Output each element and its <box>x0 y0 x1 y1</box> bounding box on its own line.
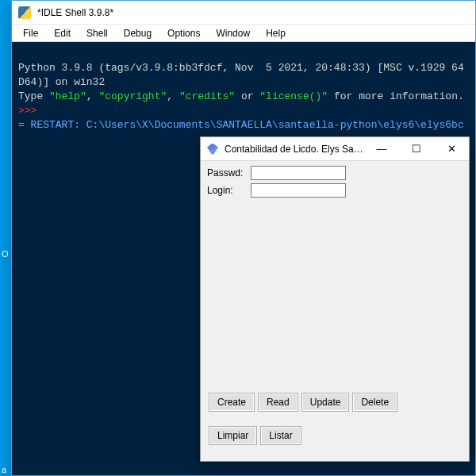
menu-debug[interactable]: Debug <box>117 26 158 40</box>
minimize-button[interactable]: — <box>364 137 399 160</box>
menu-window[interactable]: Window <box>209 26 256 40</box>
tk-feather-icon <box>207 144 218 155</box>
passwd-input[interactable] <box>251 166 346 180</box>
update-button[interactable]: Update <box>301 393 350 412</box>
desktop-edge-text: O <box>2 249 9 259</box>
python-icon <box>18 6 31 19</box>
login-row: Login: <box>207 183 463 198</box>
shell-line: Type "help", "copyright", "credits" or "… <box>18 90 464 102</box>
maximize-button[interactable]: ☐ <box>399 137 434 160</box>
passwd-row: Passwd: <box>207 166 463 180</box>
shell-line: D64)] on win32 <box>18 76 105 88</box>
login-label: Login: <box>207 185 251 196</box>
menu-shell[interactable]: Shell <box>80 26 114 40</box>
window-controls: — ☐ ✕ <box>364 137 469 160</box>
idle-title: *IDLE Shell 3.9.8* <box>37 7 113 18</box>
delete-button[interactable]: Delete <box>352 393 397 412</box>
tk-titlebar[interactable]: Contabilidad de Licdo. Elys Sant... — ☐ … <box>201 137 469 161</box>
shell-prompt: >>> <box>18 105 43 117</box>
shell-restart-line: = RESTART: C:\Users\X\Documents\SANTAELL… <box>18 119 464 131</box>
menu-options[interactable]: Options <box>161 26 206 40</box>
idle-menubar: File Edit Shell Debug Options Window Hel… <box>12 25 475 42</box>
util-button-row: Limpiar Listar <box>209 426 301 445</box>
menu-help[interactable]: Help <box>259 26 292 40</box>
menu-file[interactable]: File <box>17 26 44 40</box>
crud-button-row: Create Read Update Delete <box>209 393 397 412</box>
tk-body: Passwd: Login: Create Read Update Delete… <box>201 161 469 461</box>
create-button[interactable]: Create <box>209 393 255 412</box>
close-button[interactable]: ✕ <box>434 137 469 160</box>
shell-line: Python 3.9.8 (tags/v3.9.8:bb3fdcf, Nov 5… <box>18 62 464 74</box>
login-input[interactable] <box>251 183 346 198</box>
tk-login-window: Contabilidad de Licdo. Elys Sant... — ☐ … <box>200 136 470 462</box>
read-button[interactable]: Read <box>258 393 298 412</box>
limpiar-button[interactable]: Limpiar <box>209 426 257 445</box>
passwd-label: Passwd: <box>207 167 251 178</box>
idle-titlebar[interactable]: *IDLE Shell 3.9.8* <box>12 1 475 25</box>
desktop-edge-text-2: a <box>2 465 6 474</box>
menu-edit[interactable]: Edit <box>48 26 77 40</box>
tk-title: Contabilidad de Licdo. Elys Sant... <box>225 144 364 155</box>
listar-button[interactable]: Listar <box>260 426 301 445</box>
